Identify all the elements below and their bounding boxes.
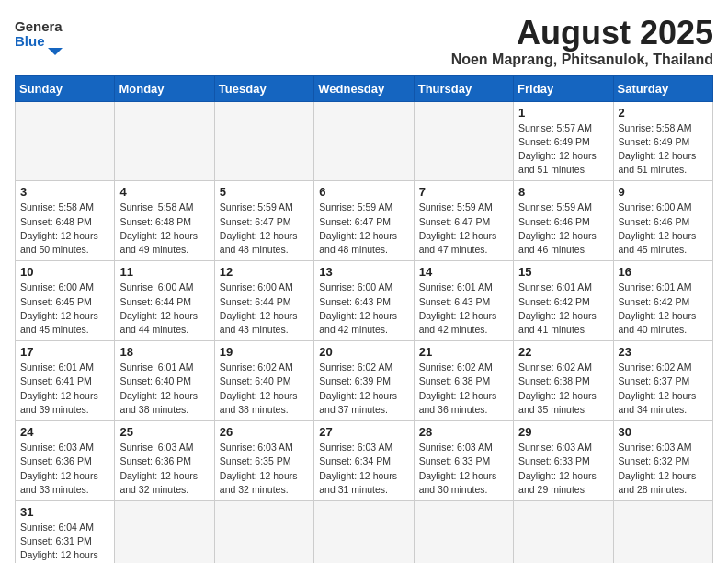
- day-info: Sunrise: 6:00 AM Sunset: 6:44 PM Dayligh…: [220, 281, 309, 337]
- calendar-table: SundayMondayTuesdayWednesdayThursdayFrid…: [15, 75, 713, 563]
- day-number: 24: [20, 425, 109, 439]
- day-info: Sunrise: 5:58 AM Sunset: 6:48 PM Dayligh…: [119, 201, 209, 257]
- day-info: Sunrise: 6:03 AM Sunset: 6:33 PM Dayligh…: [518, 441, 608, 497]
- calendar-cell: [613, 500, 712, 563]
- calendar-cell: 27Sunrise: 6:03 AM Sunset: 6:34 PM Dayli…: [314, 421, 414, 501]
- calendar-cell: 15Sunrise: 6:01 AM Sunset: 6:42 PM Dayli…: [514, 261, 613, 341]
- day-info: Sunrise: 6:00 AM Sunset: 6:46 PM Dayligh…: [619, 201, 708, 257]
- calendar-cell: [414, 500, 513, 563]
- day-info: Sunrise: 6:03 AM Sunset: 6:33 PM Dayligh…: [419, 441, 508, 497]
- calendar-week-4: 17Sunrise: 6:01 AM Sunset: 6:41 PM Dayli…: [16, 341, 713, 421]
- svg-marker-2: [48, 48, 63, 55]
- day-info: Sunrise: 5:59 AM Sunset: 6:47 PM Dayligh…: [319, 201, 408, 257]
- calendar-cell: 2Sunrise: 5:58 AM Sunset: 6:49 PM Daylig…: [613, 101, 712, 181]
- day-number: 15: [518, 265, 608, 279]
- day-info: Sunrise: 6:02 AM Sunset: 6:39 PM Dayligh…: [319, 361, 408, 417]
- calendar-week-5: 24Sunrise: 6:03 AM Sunset: 6:36 PM Dayli…: [16, 421, 713, 501]
- logo: General Blue: [15, 15, 63, 55]
- day-number: 21: [419, 345, 508, 359]
- day-info: Sunrise: 5:59 AM Sunset: 6:47 PM Dayligh…: [419, 201, 508, 257]
- day-info: Sunrise: 5:59 AM Sunset: 6:47 PM Dayligh…: [220, 201, 309, 257]
- day-number: 6: [319, 185, 408, 199]
- day-number: 13: [319, 265, 408, 279]
- day-info: Sunrise: 5:57 AM Sunset: 6:49 PM Dayligh…: [518, 121, 608, 178]
- day-number: 16: [619, 265, 708, 279]
- day-number: 3: [20, 185, 109, 199]
- calendar-cell: 17Sunrise: 6:01 AM Sunset: 6:41 PM Dayli…: [16, 341, 115, 421]
- day-header-saturday: Saturday: [613, 75, 712, 101]
- day-number: 25: [119, 425, 209, 439]
- svg-text:Blue: Blue: [15, 33, 45, 49]
- day-info: Sunrise: 6:00 AM Sunset: 6:44 PM Dayligh…: [119, 281, 209, 337]
- calendar-cell: [414, 101, 513, 181]
- calendar-cell: [314, 500, 414, 563]
- day-info: Sunrise: 6:00 AM Sunset: 6:45 PM Dayligh…: [20, 281, 109, 337]
- calendar-cell: 10Sunrise: 6:00 AM Sunset: 6:45 PM Dayli…: [16, 261, 115, 341]
- day-header-wednesday: Wednesday: [314, 75, 414, 101]
- calendar-week-3: 10Sunrise: 6:00 AM Sunset: 6:45 PM Dayli…: [16, 261, 713, 341]
- day-info: Sunrise: 6:03 AM Sunset: 6:36 PM Dayligh…: [20, 441, 109, 497]
- location-title: Noen Maprang, Phitsanulok, Thailand: [451, 52, 713, 68]
- calendar-cell: 6Sunrise: 5:59 AM Sunset: 6:47 PM Daylig…: [314, 181, 414, 261]
- day-header-sunday: Sunday: [16, 75, 115, 101]
- day-info: Sunrise: 5:59 AM Sunset: 6:46 PM Dayligh…: [518, 201, 608, 257]
- day-info: Sunrise: 6:03 AM Sunset: 6:36 PM Dayligh…: [119, 441, 209, 497]
- calendar-cell: 26Sunrise: 6:03 AM Sunset: 6:35 PM Dayli…: [214, 421, 313, 501]
- calendar-week-6: 31Sunrise: 6:04 AM Sunset: 6:31 PM Dayli…: [16, 500, 713, 563]
- day-info: Sunrise: 6:03 AM Sunset: 6:35 PM Dayligh…: [220, 441, 309, 497]
- day-number: 20: [319, 345, 408, 359]
- calendar-cell: 18Sunrise: 6:01 AM Sunset: 6:40 PM Dayli…: [115, 341, 214, 421]
- day-header-thursday: Thursday: [414, 75, 513, 101]
- calendar-cell: 29Sunrise: 6:03 AM Sunset: 6:33 PM Dayli…: [514, 421, 613, 501]
- day-header-tuesday: Tuesday: [214, 75, 313, 101]
- day-info: Sunrise: 6:01 AM Sunset: 6:41 PM Dayligh…: [20, 361, 109, 417]
- calendar-cell: 28Sunrise: 6:03 AM Sunset: 6:33 PM Dayli…: [414, 421, 513, 501]
- calendar-cell: 3Sunrise: 5:58 AM Sunset: 6:48 PM Daylig…: [16, 181, 115, 261]
- calendar-cell: 12Sunrise: 6:00 AM Sunset: 6:44 PM Dayli…: [214, 261, 313, 341]
- calendar-cell: 21Sunrise: 6:02 AM Sunset: 6:38 PM Dayli…: [414, 341, 513, 421]
- calendar-cell: [115, 101, 214, 181]
- day-info: Sunrise: 6:02 AM Sunset: 6:38 PM Dayligh…: [419, 361, 508, 417]
- logo-icon: General Blue: [15, 15, 63, 55]
- day-info: Sunrise: 6:01 AM Sunset: 6:42 PM Dayligh…: [518, 281, 608, 337]
- calendar-cell: 13Sunrise: 6:00 AM Sunset: 6:43 PM Dayli…: [314, 261, 414, 341]
- day-number: 26: [220, 425, 309, 439]
- title-area: August 2025 Noen Maprang, Phitsanulok, T…: [451, 15, 713, 68]
- day-number: 23: [619, 345, 708, 359]
- calendar-cell: [16, 101, 115, 181]
- calendar-cell: 30Sunrise: 6:03 AM Sunset: 6:32 PM Dayli…: [613, 421, 712, 501]
- day-info: Sunrise: 6:02 AM Sunset: 6:38 PM Dayligh…: [518, 361, 608, 417]
- day-number: 29: [518, 425, 608, 439]
- day-number: 2: [619, 106, 708, 120]
- day-info: Sunrise: 6:03 AM Sunset: 6:34 PM Dayligh…: [319, 441, 408, 497]
- day-info: Sunrise: 6:00 AM Sunset: 6:43 PM Dayligh…: [319, 281, 408, 337]
- day-number: 30: [619, 425, 708, 439]
- day-number: 22: [518, 345, 608, 359]
- day-number: 17: [20, 345, 109, 359]
- day-info: Sunrise: 6:01 AM Sunset: 6:43 PM Dayligh…: [419, 281, 508, 337]
- svg-text:General: General: [15, 18, 63, 34]
- day-number: 12: [220, 265, 309, 279]
- day-number: 11: [119, 265, 209, 279]
- day-number: 9: [619, 185, 708, 199]
- calendar-cell: 20Sunrise: 6:02 AM Sunset: 6:39 PM Dayli…: [314, 341, 414, 421]
- calendar-cell: 24Sunrise: 6:03 AM Sunset: 6:36 PM Dayli…: [16, 421, 115, 501]
- day-number: 14: [419, 265, 508, 279]
- day-header-monday: Monday: [115, 75, 214, 101]
- day-number: 4: [119, 185, 209, 199]
- day-info: Sunrise: 6:01 AM Sunset: 6:40 PM Dayligh…: [119, 361, 209, 417]
- day-number: 28: [419, 425, 508, 439]
- day-number: 18: [119, 345, 209, 359]
- calendar-cell: 16Sunrise: 6:01 AM Sunset: 6:42 PM Dayli…: [613, 261, 712, 341]
- day-number: 1: [518, 106, 608, 120]
- calendar-cell: [314, 101, 414, 181]
- day-info: Sunrise: 6:03 AM Sunset: 6:32 PM Dayligh…: [619, 441, 708, 497]
- calendar-cell: 8Sunrise: 5:59 AM Sunset: 6:46 PM Daylig…: [514, 181, 613, 261]
- day-number: 19: [220, 345, 309, 359]
- calendar-cell: [115, 500, 214, 563]
- day-info: Sunrise: 6:04 AM Sunset: 6:31 PM Dayligh…: [20, 521, 109, 563]
- page-header: General Blue August 2025 Noen Maprang, P…: [15, 15, 713, 68]
- calendar-cell: 25Sunrise: 6:03 AM Sunset: 6:36 PM Dayli…: [115, 421, 214, 501]
- calendar-cell: 7Sunrise: 5:59 AM Sunset: 6:47 PM Daylig…: [414, 181, 513, 261]
- day-number: 5: [220, 185, 309, 199]
